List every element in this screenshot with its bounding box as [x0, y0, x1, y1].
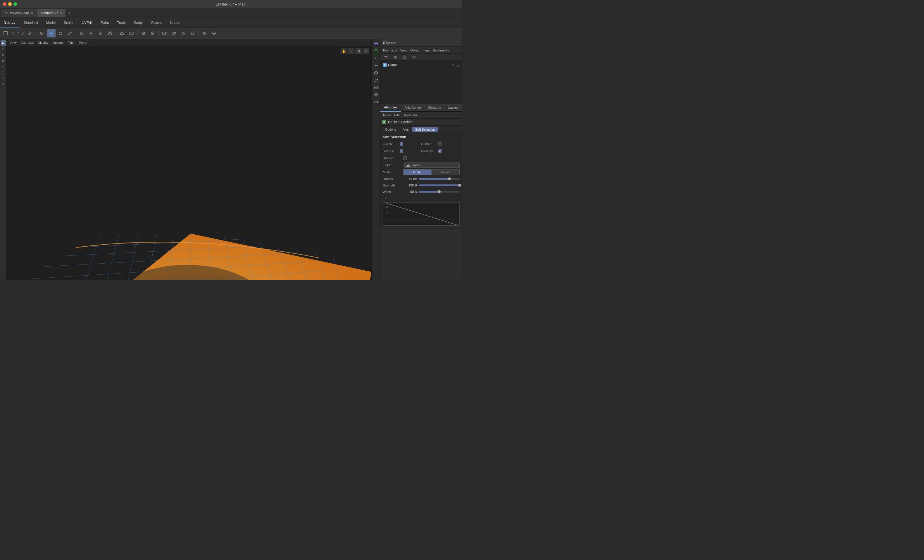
width-slider[interactable] [419, 191, 460, 193]
right-tool-obj[interactable] [373, 48, 379, 54]
obj-menu-edit[interactable]: Edit [390, 48, 399, 52]
obj-menu-view[interactable]: View [399, 48, 409, 52]
left-tool-1[interactable]: ◎ [1, 46, 6, 51]
restrict-checkbox[interactable] [403, 156, 407, 160]
tool-render2[interactable] [188, 29, 197, 37]
tool-scale[interactable] [66, 29, 74, 37]
tool-move[interactable] [47, 29, 56, 37]
tool-render[interactable] [179, 29, 188, 37]
tool-camera[interactable] [160, 29, 169, 37]
tab-untitled6[interactable]: Untitled 6 * ✕ [37, 9, 66, 17]
obj-menu-object[interactable]: Object [409, 48, 421, 52]
tree-item-plane[interactable]: P Plane [382, 62, 461, 68]
expand-btn[interactable]: › [383, 196, 388, 201]
attrs-menu-userdata[interactable]: User Data [402, 114, 418, 117]
falloff-dropdown[interactable]: Linear [404, 163, 460, 168]
obj-tool-add[interactable] [391, 53, 400, 61]
workspace-tab-sculpt[interactable]: Sculpt [60, 18, 78, 27]
mode-btn-group[interactable]: Group [403, 169, 432, 175]
attrs-menu-mode[interactable]: Mode [382, 114, 392, 117]
tool-select[interactable] [38, 29, 46, 37]
attr-tab-axis-center[interactable]: Axis Center [401, 103, 424, 112]
radius-slider[interactable] [419, 178, 460, 180]
close-button[interactable] [3, 2, 6, 6]
right-tool-globe[interactable] [373, 91, 379, 98]
tool-workplane2[interactable] [127, 29, 136, 37]
left-tool-6[interactable]: ✦ [1, 75, 6, 81]
minimize-button[interactable] [8, 2, 12, 6]
obj-menu-tags[interactable]: Tags [422, 48, 431, 52]
obj-menu-bookmarks[interactable]: Bookmarks [431, 48, 450, 52]
nav-full[interactable]: ⤢ [363, 48, 369, 54]
tool-snap[interactable] [78, 29, 86, 37]
tab-close-multisubtex[interactable]: ✕ [31, 11, 33, 15]
left-tool-select[interactable]: ▶ [1, 40, 6, 46]
workspace-tab-model[interactable]: Model [42, 18, 60, 27]
viewport-menu-options[interactable]: Options [51, 41, 65, 45]
viewport-menu-view[interactable]: View [8, 41, 18, 45]
obj-tool-collapse[interactable] [410, 53, 418, 61]
tool-select2[interactable] [200, 29, 209, 37]
new-tab-button[interactable]: + [66, 10, 72, 16]
attr-tab-attributes[interactable]: Attributes [380, 103, 401, 112]
tool-ref[interactable] [148, 29, 157, 37]
mode-btn-center[interactable]: Center [432, 169, 460, 175]
surface-checkbox[interactable]: ✓ [400, 149, 403, 153]
right-tool-attrs[interactable] [373, 40, 379, 47]
tree-lock-btn[interactable] [456, 63, 460, 67]
right-tool-cam[interactable] [373, 99, 379, 105]
toolbar-lock[interactable] [26, 29, 34, 37]
left-tool-7[interactable]: ◈ [1, 81, 6, 87]
attrs-menu-edit[interactable]: Edit [393, 114, 400, 117]
tool-workplane[interactable] [117, 29, 126, 37]
left-tool-2[interactable]: ⊞ [1, 52, 6, 57]
workspace-tab-nodes[interactable]: Nodes [166, 18, 184, 27]
workspace-tab-script[interactable]: Script [130, 18, 147, 27]
tree-eye-btn[interactable] [451, 63, 455, 67]
tool-camera2[interactable] [170, 29, 178, 37]
tool-orbit[interactable] [139, 29, 148, 37]
attr-tab-layers[interactable]: Layers [445, 103, 461, 112]
tool-rotate[interactable] [56, 29, 65, 37]
nav-hand[interactable]: ✋ [340, 48, 347, 54]
viewport-menu-cameras[interactable]: Cameras [19, 41, 35, 45]
right-tool-cube[interactable] [373, 70, 379, 76]
rubber-checkbox[interactable] [438, 142, 442, 146]
workspace-tab-startup[interactable]: Startup [0, 18, 20, 27]
tab-multisubtex[interactable]: multisubtex.c4d ✕ [1, 9, 36, 17]
workspace-tab-track[interactable]: Track [113, 18, 130, 27]
preview-checkbox[interactable]: ✓ [438, 149, 442, 153]
tool-paint[interactable] [210, 29, 218, 37]
viewport[interactable]: View Cameras Display Options Filter Pane… [6, 39, 371, 280]
nav-fit[interactable]: ⊡ [355, 48, 362, 54]
maximize-button[interactable] [14, 2, 17, 6]
viewport-menu-panel[interactable]: Panel [78, 41, 88, 45]
tab-close-untitled6[interactable]: ✕ [60, 11, 62, 15]
workspace-tab-uvedit[interactable]: UVEdit [78, 18, 96, 27]
tool-settings[interactable] [87, 29, 96, 37]
viewport-menu-display[interactable]: Display [36, 41, 50, 45]
right-tool-pencil[interactable] [373, 77, 379, 83]
obj-tool-layer[interactable] [382, 53, 390, 61]
attrs-sub-tab-soft-selection[interactable]: Soft Selection [412, 127, 438, 132]
viewport-menu-filter[interactable]: Filter [66, 41, 76, 45]
right-tool-t[interactable]: T [373, 55, 379, 61]
workspace-tab-groom[interactable]: Groom [147, 18, 166, 27]
left-tool-3[interactable]: ⊠ [1, 58, 6, 63]
left-tool-4[interactable]: ○ [1, 64, 6, 69]
tool-grid[interactable] [96, 29, 105, 37]
obj-menu-file[interactable]: File [382, 48, 390, 52]
obj-tool-expand[interactable] [400, 53, 409, 61]
attr-tab-structure[interactable]: Structure [424, 103, 445, 112]
right-tool-box[interactable] [373, 84, 379, 91]
attrs-sub-tab-options[interactable]: Options [382, 127, 399, 132]
workspace-tab-standard[interactable]: Standard [20, 18, 42, 27]
strength-slider[interactable] [419, 184, 460, 186]
left-tool-5[interactable]: ⬡ [1, 70, 6, 75]
attrs-sub-tab-axis[interactable]: Axis [400, 127, 412, 132]
enable-checkbox[interactable]: ✓ [400, 142, 403, 146]
nav-down[interactable]: ↓ [348, 48, 354, 54]
toolbar-transform[interactable] [1, 29, 10, 37]
right-tool-gear[interactable] [373, 62, 379, 69]
workspace-tab-paint[interactable]: Paint [97, 18, 113, 27]
